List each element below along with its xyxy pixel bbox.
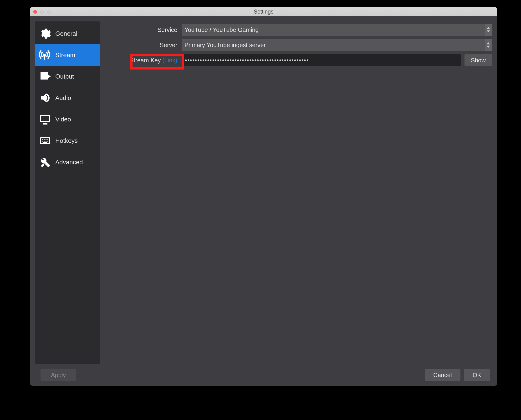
server-label: Server — [105, 42, 182, 49]
server-value: Primary YouTube ingest server — [185, 42, 266, 49]
tools-icon — [39, 156, 52, 169]
sidebar-item-hotkeys[interactable]: Hotkeys — [35, 130, 100, 151]
stream-key-link[interactable]: (Link) — [162, 57, 177, 64]
apply-button[interactable]: Apply — [40, 369, 76, 381]
broadcast-icon — [39, 49, 52, 61]
monitor-icon — [39, 113, 52, 126]
sidebar-item-label: General — [55, 30, 78, 38]
cancel-button[interactable]: Cancel — [425, 369, 460, 381]
stream-key-label: Stream Key (Link) — [105, 57, 182, 64]
service-label: Service — [105, 26, 182, 33]
speaker-icon — [39, 91, 52, 104]
window-title: Settings — [30, 8, 497, 15]
service-select[interactable]: YouTube / YouTube Gaming — [182, 24, 492, 36]
chevron-updown-icon — [485, 24, 492, 36]
sidebar-item-label: Audio — [55, 94, 71, 102]
settings-panel: Service YouTube / YouTube Gaming Server — [105, 22, 492, 364]
sidebar-item-label: Video — [55, 116, 71, 123]
gear-icon — [39, 27, 52, 40]
settings-window: Settings General Stream — [30, 7, 497, 386]
stream-key-value: ••••••••••••••••••••••••••••••••••••••••… — [185, 57, 309, 64]
show-stream-key-button[interactable]: Show — [465, 54, 492, 66]
stream-key-label-text: Stream Key — [130, 57, 161, 64]
sidebar-item-label: Output — [55, 73, 74, 80]
sidebar-item-label: Hotkeys — [55, 137, 78, 144]
dialog-footer: Apply Cancel OK — [30, 364, 497, 386]
ok-button[interactable]: OK — [464, 369, 490, 381]
sidebar-item-label: Stream — [55, 52, 75, 59]
titlebar: Settings — [30, 7, 497, 16]
chevron-updown-icon — [485, 39, 492, 51]
settings-sidebar: General Stream Output — [35, 22, 100, 364]
sidebar-item-audio[interactable]: Audio — [35, 87, 100, 109]
sidebar-item-advanced[interactable]: Advanced — [35, 151, 100, 173]
sidebar-item-stream[interactable]: Stream — [35, 44, 100, 66]
sidebar-item-general[interactable]: General — [35, 23, 100, 44]
sidebar-item-output[interactable]: Output — [35, 66, 100, 87]
sidebar-item-label: Advanced — [55, 158, 83, 166]
server-select[interactable]: Primary YouTube ingest server — [182, 39, 492, 51]
output-icon — [39, 70, 52, 83]
sidebar-item-video[interactable]: Video — [35, 109, 100, 130]
stream-key-input[interactable]: ••••••••••••••••••••••••••••••••••••••••… — [182, 54, 461, 66]
keyboard-icon — [39, 134, 52, 147]
service-value: YouTube / YouTube Gaming — [185, 26, 259, 33]
